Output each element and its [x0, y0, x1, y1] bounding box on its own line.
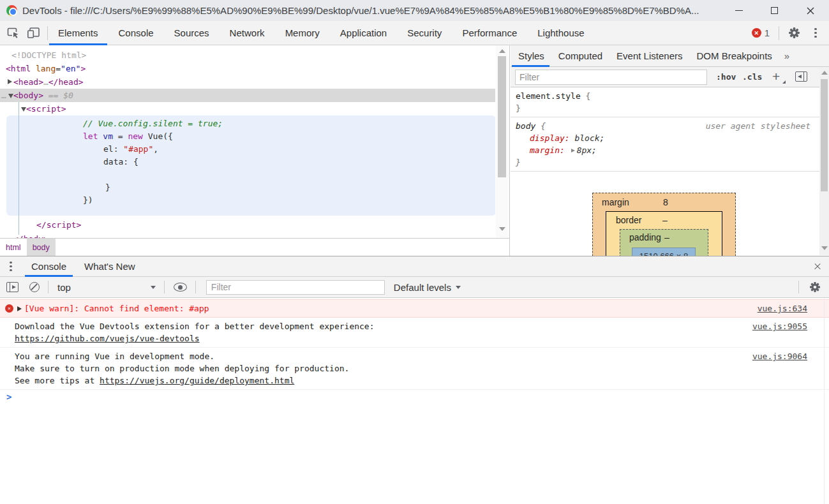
- body-ua-rule[interactable]: body {user agent stylesheet display: blo…: [511, 117, 819, 172]
- tab-styles[interactable]: Styles: [511, 45, 551, 67]
- scrollbar-thumb[interactable]: [498, 56, 506, 177]
- tab-application[interactable]: Application: [330, 21, 397, 45]
- drawer-menu-kebab-icon[interactable]: [5, 260, 17, 273]
- code-line-el: el: "#app",: [103, 143, 158, 156]
- scroll-up-icon[interactable]: [821, 71, 828, 75]
- tab-console[interactable]: Console: [108, 21, 164, 45]
- clear-console-icon[interactable]: [29, 282, 40, 292]
- css-property-margin[interactable]: margin: 8px;: [516, 144, 819, 156]
- scrollbar-thumb[interactable]: [821, 79, 828, 191]
- console-prompt[interactable]: >: [0, 390, 829, 405]
- console-settings-group: [790, 280, 822, 294]
- breadcrumb-body[interactable]: body: [27, 239, 56, 256]
- console-filter-input[interactable]: [206, 280, 385, 295]
- expand-arrow-icon[interactable]: [8, 79, 12, 84]
- tree-row-script-open[interactable]: <script>: [26, 102, 66, 115]
- code-comment: // Vue.config.silent = true;: [83, 117, 223, 130]
- close-icon: [806, 6, 815, 15]
- main-panel-tabs: Elements Console Sources Network Memory …: [48, 21, 595, 45]
- collapse-arrow-icon[interactable]: [8, 94, 13, 98]
- sidebar-layout-icon[interactable]: [795, 71, 807, 82]
- console-error-message[interactable]: ✕ [Vue warn]: Cannot find element: #app …: [0, 299, 829, 318]
- source-link[interactable]: vue.js:9064: [752, 350, 807, 362]
- tree-row-body-selected[interactable]: …<body> == $0: [0, 89, 495, 102]
- devtools-extension-link[interactable]: https://github.com/vuejs/vue-devtools: [15, 334, 200, 343]
- scroll-up-icon[interactable]: [499, 49, 505, 53]
- more-options-kebab-icon[interactable]: [810, 27, 821, 40]
- execution-context-selector[interactable]: top: [57, 282, 71, 293]
- levels-dropdown-caret-icon[interactable]: [456, 286, 461, 289]
- drawer-close-icon[interactable]: [811, 260, 824, 273]
- tree-row-doctype[interactable]: <!DOCTYPE html>: [11, 48, 86, 62]
- tab-sources[interactable]: Sources: [164, 21, 220, 45]
- box-model-margin-value: 8: [663, 197, 668, 207]
- live-expression-eye-icon[interactable]: [174, 283, 187, 292]
- minimize-button[interactable]: [724, 0, 754, 21]
- box-model-margin[interactable]: margin 8 border – padding – 1510.666 × 8: [592, 193, 736, 256]
- tab-elements[interactable]: Elements: [48, 21, 108, 45]
- deployment-tips-link[interactable]: https://vuejs.org/guide/deployment.html: [100, 376, 294, 385]
- close-button[interactable]: [796, 0, 825, 21]
- new-rule-dropdown-corner: [782, 80, 786, 84]
- collapse-arrow-icon[interactable]: [21, 107, 26, 112]
- box-model-padding-label: padding: [629, 232, 661, 242]
- tab-computed[interactable]: Computed: [551, 45, 609, 67]
- source-link[interactable]: vue.js:9055: [752, 320, 807, 332]
- tab-dom-breakpoints[interactable]: DOM Breakpoints: [689, 45, 779, 67]
- styles-sidebar: Styles Computed Event Listeners DOM Brea…: [511, 45, 829, 256]
- console-info-message: Download the Vue Devtools extension for …: [0, 318, 829, 348]
- tab-drawer-console[interactable]: Console: [22, 256, 75, 277]
- elements-panel: <!DOCTYPE html> <html lang="en"> <head>……: [0, 45, 510, 256]
- tab-event-listeners[interactable]: Event Listeners: [609, 45, 689, 67]
- script-code-block[interactable]: // Vue.config.silent = true; let vm = ne…: [6, 115, 495, 216]
- tab-security[interactable]: Security: [397, 21, 452, 45]
- tab-memory[interactable]: Memory: [275, 21, 330, 45]
- toolbar-separator: [195, 281, 196, 293]
- log-levels-selector[interactable]: Default levels: [394, 282, 451, 293]
- styles-filter-input[interactable]: [515, 70, 707, 85]
- settings-gear-icon[interactable]: [787, 26, 801, 40]
- inspect-element-icon[interactable]: [6, 26, 20, 40]
- console-drawer: Console What's New top Default levels ✕ …: [0, 256, 829, 504]
- box-model-border[interactable]: border – padding – 1510.666 × 8: [606, 211, 722, 256]
- styles-rules: element.style { } body {user agent style…: [511, 87, 819, 256]
- main-area: <!DOCTYPE html> <html lang="en"> <head>……: [0, 45, 829, 256]
- css-property-display[interactable]: display: block;: [516, 132, 819, 144]
- scroll-down-icon[interactable]: [499, 227, 505, 231]
- tree-row-html[interactable]: <html lang="en">: [6, 62, 86, 75]
- device-toolbar-icon[interactable]: [26, 26, 40, 40]
- element-style-rule[interactable]: element.style { }: [511, 87, 819, 117]
- toggle-hover-state-button[interactable]: :hov: [716, 70, 736, 84]
- tree-row-script-close[interactable]: </script>: [36, 218, 81, 232]
- box-model-margin-label: margin: [602, 197, 629, 207]
- toolbar-separator: [798, 281, 799, 293]
- tab-whats-new[interactable]: What's New: [75, 256, 144, 277]
- console-settings-gear-icon[interactable]: [808, 280, 822, 294]
- console-sidebar-icon[interactable]: [6, 282, 19, 292]
- toolbar-separator: [779, 26, 779, 40]
- breadcrumb-html[interactable]: html: [0, 239, 27, 256]
- box-model-padding[interactable]: padding – 1510.666 × 8: [620, 229, 708, 256]
- elements-scrollbar[interactable]: [496, 45, 509, 238]
- new-style-rule-button[interactable]: +: [772, 68, 780, 85]
- gutter-dots-icon[interactable]: …: [1, 89, 6, 102]
- expand-shorthand-icon[interactable]: [571, 149, 575, 152]
- toolbar-separator: [164, 281, 165, 293]
- console-right-border: [824, 298, 825, 504]
- tree-row-head[interactable]: <head>…</head>: [13, 75, 84, 89]
- scroll-down-icon[interactable]: [821, 246, 828, 250]
- box-model-border-label: border: [616, 215, 641, 225]
- maximize-button[interactable]: [759, 0, 789, 21]
- tab-lighthouse[interactable]: Lighthouse: [527, 21, 594, 45]
- context-dropdown-caret-icon[interactable]: [151, 286, 156, 289]
- source-link[interactable]: vue.js:634: [758, 302, 807, 315]
- tab-performance[interactable]: Performance: [452, 21, 527, 45]
- toggle-class-button[interactable]: .cls: [742, 70, 762, 84]
- expand-arrow-icon[interactable]: [17, 306, 22, 311]
- box-model-content[interactable]: 1510.666 × 8: [632, 248, 696, 256]
- styles-scrollbar[interactable]: [819, 68, 829, 255]
- tab-network[interactable]: Network: [220, 21, 275, 45]
- error-badge-icon[interactable]: ✕: [752, 28, 761, 38]
- more-tabs-chevron-icon[interactable]: »: [779, 50, 795, 61]
- maximize-icon: [771, 7, 778, 14]
